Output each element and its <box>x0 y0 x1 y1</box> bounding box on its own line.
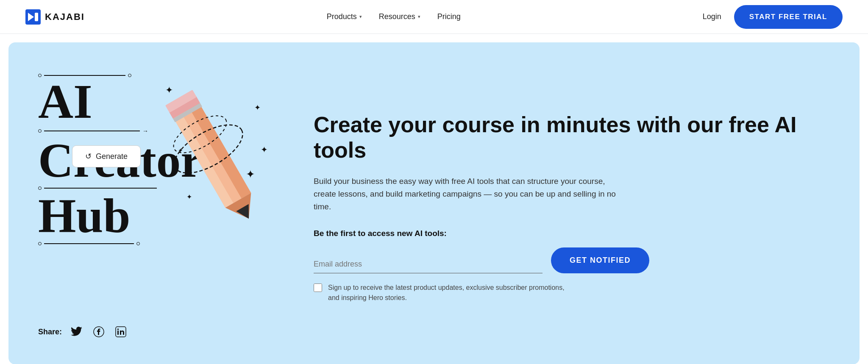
login-button[interactable]: Login <box>703 12 721 21</box>
deco-dot <box>38 129 42 133</box>
kajabi-logo-icon <box>25 9 41 25</box>
access-label: Be the first to access new AI tools: <box>314 229 817 238</box>
refresh-icon: ↺ <box>85 152 92 161</box>
sparkle-icon: ✦ <box>165 85 173 95</box>
sparkle-icon: ✦ <box>261 145 268 154</box>
deco-dot <box>128 74 131 77</box>
get-notified-button[interactable]: GET NOTIFIED <box>551 247 649 273</box>
logo[interactable]: KAJABI <box>25 9 85 25</box>
pencil-illustration: ✦ ✦ ✦ ✦ ✦ ✦ <box>161 68 280 254</box>
pricing-nav-link[interactable]: Pricing <box>437 12 461 21</box>
sparkle-icon: ✦ <box>246 168 255 181</box>
svg-rect-5 <box>178 103 242 203</box>
sparkle-icon: ✦ <box>186 193 192 200</box>
deco-line <box>44 131 140 131</box>
facebook-icon[interactable] <box>92 325 106 339</box>
deco-line <box>44 188 157 189</box>
share-row: Share: <box>38 308 263 339</box>
twitter-icon[interactable] <box>70 325 84 339</box>
sparkle-icon: ✦ <box>178 147 183 154</box>
products-nav-link[interactable]: Products ▾ <box>327 12 362 21</box>
hero-section: AI → Creator Hub <box>8 42 860 364</box>
nav-cta: Login START FREE TRIAL <box>703 5 843 29</box>
deco-dot <box>136 242 140 245</box>
email-row: GET NOTIFIED <box>314 247 817 273</box>
navbar: KAJABI Products ▾ Resources ▾ Pricing Lo… <box>0 0 868 34</box>
svg-rect-16 <box>117 331 119 335</box>
pencil-svg: ✦ ✦ ✦ ✦ ✦ ✦ <box>161 68 280 246</box>
hero-left: AI → Creator Hub <box>8 42 288 364</box>
email-input[interactable] <box>314 260 542 269</box>
linkedin-icon[interactable] <box>114 325 128 339</box>
resources-nav-link[interactable]: Resources ▾ <box>379 12 420 21</box>
brand-name: KAJABI <box>45 11 85 22</box>
svg-rect-2 <box>35 13 38 21</box>
subscribe-checkbox[interactable] <box>314 283 322 292</box>
deco-dot <box>38 242 42 245</box>
checkbox-row: Sign up to receive the latest product up… <box>314 283 817 303</box>
nav-links: Products ▾ Resources ▾ Pricing <box>327 12 461 21</box>
deco-line <box>44 243 134 244</box>
products-chevron-icon: ▾ <box>359 14 362 19</box>
hero-right: Create your course in minutes with our f… <box>288 42 860 364</box>
generate-button[interactable]: ↺ Generate <box>72 145 141 167</box>
resources-chevron-icon: ▾ <box>418 14 420 19</box>
email-input-wrap <box>314 260 542 273</box>
svg-point-17 <box>117 328 119 330</box>
checkbox-label: Sign up to receive the latest product up… <box>328 283 565 303</box>
hero-subtext: Build your business the easy way with fr… <box>314 175 619 214</box>
deco-line-bottom <box>38 242 140 245</box>
start-trial-button[interactable]: START FREE TRIAL <box>734 5 843 29</box>
sparkle-icon: ✦ <box>254 103 261 112</box>
hero-heading: Create your course in minutes with our f… <box>314 112 817 163</box>
